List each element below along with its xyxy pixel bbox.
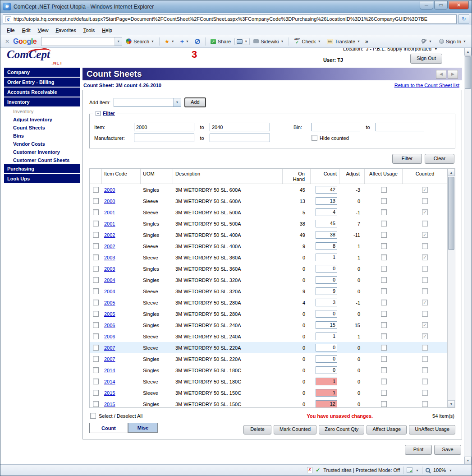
menu-edit[interactable]: Edit <box>18 27 34 34</box>
affect-usage-checkbox[interactable] <box>381 367 387 373</box>
manufacturer-to-input[interactable] <box>210 134 270 142</box>
item-code-link[interactable]: 2003 <box>104 266 115 272</box>
item-code-link[interactable]: 2000 <box>104 187 115 193</box>
count-input[interactable]: 9 <box>316 287 337 295</box>
affect-usage-checkbox[interactable] <box>381 243 387 249</box>
zero-count-qty-button[interactable]: Zero Count Qty <box>319 425 364 434</box>
menu-view[interactable]: View <box>34 27 52 34</box>
delete-button[interactable]: Delete <box>243 425 271 434</box>
count-input[interactable]: 0 <box>316 310 337 318</box>
prev-page-icon[interactable]: ◀ <box>436 70 446 79</box>
search-history-arrow-icon[interactable]: ▼ <box>115 37 122 46</box>
scroll-up-icon[interactable]: ▲ <box>464 48 472 55</box>
row-select-checkbox[interactable] <box>93 390 99 396</box>
scroll-down-icon[interactable]: ▼ <box>464 457 472 464</box>
count-input[interactable]: 15 <box>316 321 337 329</box>
scrollbar-thumb[interactable] <box>448 177 454 250</box>
filter-button[interactable]: Filter <box>392 154 422 164</box>
affect-usage-checkbox[interactable] <box>381 266 387 272</box>
count-input[interactable]: 1 <box>316 254 337 261</box>
row-select-checkbox[interactable] <box>93 401 99 407</box>
sidebar-item-order-entry-billing[interactable]: Order Entry - Billing <box>4 78 80 87</box>
item-code-link[interactable]: 2001 <box>104 210 115 215</box>
row-select-checkbox[interactable] <box>93 356 99 362</box>
item-code-link[interactable]: 2014 <box>104 368 115 373</box>
item-from-input[interactable] <box>134 123 194 131</box>
row-select-checkbox[interactable] <box>93 322 99 328</box>
row-select-checkbox[interactable] <box>93 254 99 260</box>
google-search-button[interactable]: Search ▼ <box>124 37 156 46</box>
scrollbar-thumb[interactable] <box>465 56 471 89</box>
item-code-link[interactable]: 2007 <box>104 356 115 362</box>
collapse-filter-icon[interactable]: − <box>96 111 101 116</box>
sidewiki-button[interactable]: Sidewiki ▼ <box>251 37 286 46</box>
zoom-level-label[interactable]: 100% <box>433 467 446 473</box>
affect-usage-checkbox[interactable] <box>381 288 387 294</box>
affect-usage-checkbox[interactable] <box>381 209 387 215</box>
row-select-checkbox[interactable] <box>93 311 99 317</box>
bin-from-input[interactable] <box>312 123 360 131</box>
popup-blocker-button[interactable] <box>192 37 202 46</box>
count-input[interactable]: 3 <box>316 299 337 306</box>
sidebar-item-look-ups[interactable]: Look Ups <box>4 174 80 183</box>
count-input[interactable]: 0 <box>316 355 337 363</box>
page-scrollbar[interactable]: ▲ ▼ <box>464 48 472 464</box>
hide-counted-checkbox[interactable] <box>312 135 317 141</box>
close-button[interactable]: ✕ <box>449 1 469 9</box>
return-to-list-link[interactable]: Return to the Count Sheet list <box>394 83 459 88</box>
add-button[interactable]: Add <box>184 97 206 107</box>
affect-usage-checkbox[interactable] <box>381 333 387 339</box>
item-code-link[interactable]: 2005 <box>104 300 115 305</box>
minimize-button[interactable]: ─ <box>420 1 433 9</box>
item-code-link[interactable]: 2006 <box>104 323 115 328</box>
item-code-link[interactable]: 2002 <box>104 232 115 238</box>
count-input[interactable]: 12 <box>316 400 337 407</box>
row-select-checkbox[interactable] <box>93 209 99 215</box>
tab-count[interactable]: Count <box>89 423 128 433</box>
menu-help[interactable]: Help <box>98 27 116 34</box>
sidebar-subitem-vendor-costs[interactable]: Vendor Costs <box>4 140 80 148</box>
menu-file[interactable]: File <box>3 27 18 34</box>
bookmark-button[interactable]: ★▼ <box>162 37 177 46</box>
add-item-select[interactable]: ▼ <box>114 98 181 107</box>
row-select-checkbox[interactable] <box>93 345 99 351</box>
menu-tools[interactable]: Tools <box>80 27 99 34</box>
close-toolbar-icon[interactable]: ✕ <box>4 38 11 45</box>
affect-usage-checkbox[interactable] <box>381 300 387 305</box>
count-input[interactable]: 8 <box>316 242 337 250</box>
affect-usage-checkbox[interactable] <box>381 345 387 351</box>
sign-in-button[interactable]: Sign In ▼ <box>437 37 468 46</box>
item-to-input[interactable] <box>210 123 270 131</box>
page-mode-icon[interactable] <box>407 467 412 473</box>
spellcheck-button[interactable]: ABC✓ Check ▼ <box>292 37 323 46</box>
sidebar-subitem-bins[interactable]: Bins <box>4 132 80 140</box>
item-code-link[interactable]: 2003 <box>104 255 115 260</box>
row-select-checkbox[interactable] <box>93 379 99 384</box>
row-select-checkbox[interactable] <box>93 221 99 226</box>
autofill-button[interactable]: ▼ <box>234 38 250 45</box>
scroll-down-icon[interactable]: ▼ <box>448 400 455 407</box>
count-input[interactable]: 0 <box>316 366 337 374</box>
item-code-link[interactable]: 2014 <box>104 379 115 384</box>
menu-favorites[interactable]: Favorites <box>52 27 79 34</box>
item-code-link[interactable]: 2000 <box>104 199 115 204</box>
count-input[interactable]: 1 <box>316 333 337 340</box>
select-all-checkbox[interactable] <box>90 413 96 419</box>
affect-usage-checkbox[interactable] <box>381 379 387 384</box>
affect-usage-checkbox[interactable] <box>381 401 387 407</box>
count-input[interactable]: 38 <box>316 231 337 239</box>
row-select-checkbox[interactable] <box>93 266 99 272</box>
row-select-checkbox[interactable] <box>93 243 99 249</box>
next-page-icon[interactable]: ▶ <box>448 70 458 79</box>
sidebar-item-purchasing[interactable]: Purchasing <box>4 164 80 173</box>
count-input[interactable]: 4 <box>316 208 337 216</box>
count-input[interactable]: 1 <box>316 389 337 397</box>
sidebar-item-inventory[interactable]: Inventory <box>4 97 80 106</box>
toolbar-overflow-icon[interactable]: » <box>364 38 370 45</box>
sidebar-subitem-inventory[interactable]: Inventory <box>4 107 80 116</box>
affect-usage-button[interactable]: Affect Usage <box>367 425 407 434</box>
go-button[interactable]: ↻ <box>458 14 469 24</box>
row-select-checkbox[interactable] <box>93 333 99 339</box>
affect-usage-checkbox[interactable] <box>381 277 387 283</box>
affect-usage-checkbox[interactable] <box>381 254 387 260</box>
